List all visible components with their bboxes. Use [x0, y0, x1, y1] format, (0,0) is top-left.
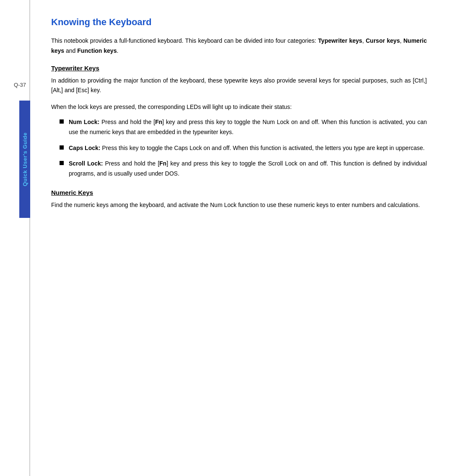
alt-key: Alt — [53, 87, 60, 93]
bullet-icon — [60, 119, 64, 124]
num-lock-text: Num Lock: Press and hold the [Fn] key an… — [69, 117, 427, 137]
scroll-lock-text: Scroll Lock: Press and hold the [Fn] key… — [69, 159, 427, 179]
tw-p1-end: ,] and [ — [60, 87, 78, 93]
ctrl-key: Ctrl — [414, 77, 423, 84]
typewriter-heading: Typewriter Keys — [51, 65, 427, 72]
intro-end: . — [117, 47, 118, 54]
intro-bold-1: Typewriter keys — [318, 37, 362, 44]
main-content: Knowing the Keyboard This notebook provi… — [30, 0, 452, 476]
bullet-list: Num Lock: Press and hold the [Fn] key an… — [51, 117, 427, 179]
page-title: Knowing the Keyboard — [51, 17, 427, 28]
intro-sep2: , — [400, 37, 403, 44]
esc-key: Esc — [78, 87, 87, 93]
caps-lock-desc: Press this key to toggle the Caps Lock o… — [102, 145, 424, 151]
num-lock-desc: Press and hold the [Fn] key and press th… — [69, 119, 427, 135]
page-number: Q-37 — [14, 82, 26, 88]
caps-lock-label: Caps Lock: — [69, 145, 100, 151]
list-item: Num Lock: Press and hold the [Fn] key an… — [60, 117, 427, 137]
list-item: Scroll Lock: Press and hold the [Fn] key… — [60, 159, 427, 179]
numeric-section: Numeric Keys Find the numeric keys among… — [51, 189, 427, 210]
tw-p1-close: ] key. — [87, 87, 101, 93]
tw-p1-intro: In addition to providing the major funct… — [51, 77, 414, 84]
num-lock-label: Num Lock: — [69, 119, 99, 125]
numeric-para: Find the numeric keys among the keyboard… — [51, 200, 427, 210]
typewriter-section: Typewriter Keys In addition to providing… — [51, 65, 427, 179]
sidebar-label: Quick User's Guide — [22, 132, 28, 186]
list-item: Caps Lock: Press this key to toggle the … — [60, 143, 427, 153]
sidebar-label-container: Quick User's Guide — [19, 101, 30, 218]
typewriter-para1: In addition to providing the major funct… — [51, 76, 427, 96]
intro-sep1: , — [362, 37, 366, 44]
bullet-icon — [60, 161, 64, 165]
scroll-lock-desc: Press and hold the [Fn] key and press th… — [69, 160, 427, 177]
sidebar: Q-37 Quick User's Guide — [0, 0, 30, 476]
intro-text: This notebook provides a full-functioned… — [51, 37, 318, 44]
scroll-lock-label: Scroll Lock: — [69, 160, 103, 167]
intro-and: and — [64, 47, 77, 54]
intro-bold-2: Cursor keys — [366, 37, 400, 44]
caps-lock-text: Caps Lock: Press this key to toggle the … — [69, 143, 427, 153]
bullet-icon — [60, 145, 64, 150]
lock-intro: When the lock keys are pressed, the corr… — [51, 102, 427, 112]
numeric-heading: Numeric Keys — [51, 189, 427, 196]
intro-bold-4: Function keys — [77, 47, 117, 54]
intro-paragraph: This notebook provides a full-functioned… — [51, 36, 427, 56]
